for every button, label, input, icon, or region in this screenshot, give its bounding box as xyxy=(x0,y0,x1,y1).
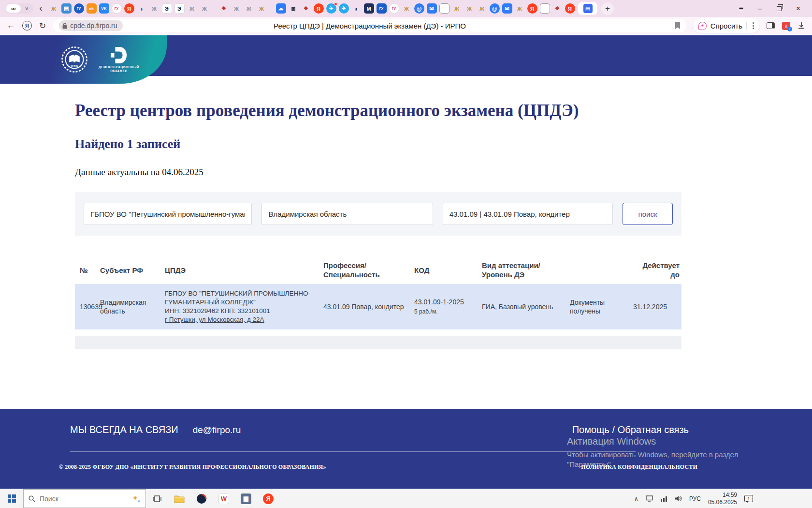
row-profession: 43.01.09 Повар, кондитер xyxy=(323,302,414,311)
tab-eagle-gray[interactable]: Ж xyxy=(232,3,242,14)
notification-count: 1 xyxy=(747,496,750,501)
tab-gosuslugi[interactable]: ГУ xyxy=(377,3,387,14)
tab-gosuslugi-life[interactable]: ГУ xyxy=(112,3,122,14)
chevron-down-icon[interactable]: ∨ xyxy=(21,5,32,12)
extension-check-badge: ✓ xyxy=(787,27,792,31)
tab-demo-exam[interactable]: Э xyxy=(162,3,172,14)
refresh-button[interactable]: ↻ xyxy=(39,21,46,31)
close-window-button[interactable]: × xyxy=(796,5,800,13)
browser-menu-icon[interactable]: ≡ xyxy=(739,5,743,13)
tab-camera[interactable]: ◙ xyxy=(289,3,299,14)
tab-minobr-eagle[interactable]: Ж xyxy=(464,3,475,14)
yandex-browser-icon[interactable]: Я xyxy=(257,489,279,508)
tab-mail-envelope[interactable]: ✉ xyxy=(502,3,512,14)
domain-chip[interactable]: cpde.dp.firpo.ru xyxy=(59,20,122,31)
tab-yandex[interactable]: Я xyxy=(314,3,324,14)
tab-minobr-eagle[interactable]: Ж xyxy=(515,3,525,14)
results-count: Найдено 1 записей xyxy=(75,137,756,151)
calculator-icon[interactable]: ▦ xyxy=(235,489,257,508)
tab-minobr-eagle[interactable]: Ж xyxy=(452,3,462,14)
tab-gosuslugi-life[interactable]: ГУ xyxy=(389,3,399,14)
tab-minobr-eagle[interactable]: Ж xyxy=(257,3,267,14)
ask-ai-button[interactable]: ✦ Спросить xyxy=(694,18,759,33)
region-input[interactable] xyxy=(261,203,433,225)
all-tabs-button[interactable]: ∞ xyxy=(6,4,21,13)
tab-region-crest[interactable]: ❖ xyxy=(301,3,311,14)
tab-minobr-eagle[interactable]: Ж xyxy=(402,3,412,14)
tab-eagle-gray[interactable]: Ж xyxy=(187,3,197,14)
tab-telegram[interactable]: ✈ xyxy=(326,3,336,14)
tab-demo-exam[interactable]: Э xyxy=(174,3,185,14)
profession-input[interactable] xyxy=(443,203,613,225)
cpde-address-link[interactable]: г Петушки, ул Московская, д 22А xyxy=(165,316,264,323)
back-button[interactable]: ← xyxy=(7,21,15,30)
tab-eagle-gray[interactable]: Ж xyxy=(200,3,210,14)
search-highlights-icon[interactable]: ✦✦ xyxy=(132,494,141,503)
tab-region-crest[interactable]: ❖ xyxy=(552,3,563,14)
minimize-button[interactable]: – xyxy=(758,5,762,13)
row-attestation: ГИА, Базовый уровень xyxy=(482,302,570,311)
browser-app-icon[interactable] xyxy=(190,489,213,508)
file-explorer-icon[interactable] xyxy=(168,489,190,508)
row-docs-status: Документы получены xyxy=(570,298,629,315)
action-center-icon[interactable]: 1 xyxy=(744,495,753,502)
privacy-policy-link[interactable]: ПОЛИТИКА КОНФИДЕНЦИАЛЬНОСТИ xyxy=(581,463,697,471)
bookmark-icon[interactable] xyxy=(675,22,681,30)
tab-gosuslugi[interactable]: ГУ xyxy=(74,3,84,14)
tab-vk[interactable]: VK xyxy=(99,3,109,14)
display-icon[interactable] xyxy=(646,495,653,502)
tab-m-tile[interactable]: M xyxy=(364,3,374,14)
task-view-button[interactable] xyxy=(146,489,168,508)
organization-input[interactable] xyxy=(84,203,252,225)
tab-cloud[interactable]: ☁ xyxy=(276,3,286,14)
tab-mail-envelope[interactable]: ✉ xyxy=(427,3,437,14)
code-note: 5 раб./м. xyxy=(414,307,482,316)
address-bar[interactable]: cpde.dp.firpo.ru Реестр ЦПДЭ | Демонстра… xyxy=(53,19,686,32)
tab-minobr-eagle[interactable]: Ж xyxy=(477,3,487,14)
demo-exam-logo[interactable]: ДЕМОНСТРАЦИОННЫЙ ЭКЗАМЕН xyxy=(99,46,139,73)
taskbar-clock[interactable]: 14:59 05.06.2025 xyxy=(708,492,737,506)
tab-comet-dark[interactable]: ◗ xyxy=(351,3,362,14)
tab-eagle-gray[interactable]: Ж xyxy=(149,3,160,14)
tab-odnoklassniki[interactable]: ok xyxy=(87,3,97,14)
search-button[interactable]: поиск xyxy=(623,203,673,225)
tab-yandex[interactable]: Я xyxy=(124,3,134,14)
taskbar-search-input[interactable] xyxy=(40,495,128,503)
taskbar-search-box[interactable]: ✦✦ xyxy=(23,489,146,508)
tab-telegram[interactable]: ✈ xyxy=(339,3,349,14)
start-button[interactable] xyxy=(0,489,23,508)
col-attestation: Вид аттестации/ Уровень ДЭ xyxy=(482,261,570,279)
hidden-icons-chevron[interactable]: ∧ xyxy=(634,495,638,502)
tab-yandex[interactable]: Я xyxy=(565,3,575,14)
tab-yandex[interactable]: Я xyxy=(527,3,537,14)
tab-reestr-cpde-active[interactable]: ▤ xyxy=(578,2,597,15)
tab-comet[interactable]: ◗ xyxy=(137,3,147,14)
language-indicator[interactable]: РУС xyxy=(689,495,701,502)
browser-toolbar: ← Я ↻ cpde.dp.firpo.ru Реестр ЦПДЭ | Дем… xyxy=(0,17,812,34)
tab-mail-at[interactable]: @ xyxy=(414,3,424,14)
new-tab-button[interactable]: + xyxy=(601,2,614,15)
tab-overview-control[interactable]: ∞ ∨ xyxy=(5,3,33,14)
ai-sparkle-icon: ✦ xyxy=(698,22,707,30)
tab-mail-at[interactable]: @ xyxy=(490,3,500,14)
w-app-icon[interactable]: W xyxy=(213,489,235,508)
tab-scroll-left-icon[interactable]: ‹ xyxy=(39,2,43,14)
tab-document[interactable] xyxy=(439,3,450,14)
network-icon[interactable] xyxy=(660,496,667,502)
tab-region-crest[interactable]: ❖ xyxy=(219,3,229,14)
more-options-icon[interactable] xyxy=(751,22,756,29)
email-link[interactable]: de@firpo.ru xyxy=(193,425,241,435)
tab-eagle-gray[interactable]: Ж xyxy=(244,3,254,14)
row-region: Владимирская область xyxy=(100,298,165,315)
volume-icon[interactable] xyxy=(675,495,682,502)
tab-document[interactable] xyxy=(540,3,550,14)
tab-blue-archive[interactable]: ▤ xyxy=(61,3,72,14)
irpo-logo[interactable]: ИРПО xyxy=(61,46,88,73)
tab-minobr-eagle[interactable]: Ж xyxy=(49,3,59,14)
help-feedback-link[interactable]: Помощь / Обратная связь xyxy=(572,424,689,435)
download-icon[interactable] xyxy=(798,22,805,30)
yandex-home-button[interactable]: Я xyxy=(22,21,32,30)
restore-window-button[interactable] xyxy=(777,6,782,11)
side-panel-icon[interactable] xyxy=(767,22,775,29)
extension-icon[interactable]: a✓ xyxy=(782,22,790,30)
